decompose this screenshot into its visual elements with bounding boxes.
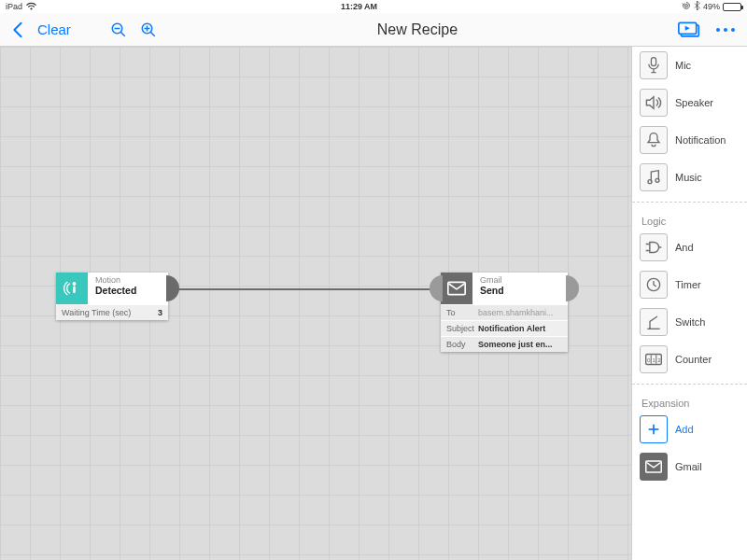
back-button[interactable] [11, 21, 24, 38]
param-label: To [446, 308, 478, 317]
zoom-in-button[interactable] [140, 21, 157, 38]
zoom-out-button[interactable] [110, 21, 127, 38]
sidebar-item-speaker[interactable]: Speaker [632, 84, 747, 121]
status-time: 11:29 AM [36, 2, 682, 11]
orientation-lock-icon [682, 1, 691, 12]
port-out-icon[interactable] [566, 275, 579, 301]
param-value: 3 [146, 308, 162, 317]
sidebar-item-music[interactable]: Music [632, 159, 747, 196]
svg-point-18 [655, 178, 659, 182]
svg-rect-14 [73, 287, 76, 294]
svg-rect-0 [685, 5, 688, 7]
plus-icon [640, 415, 668, 443]
sidebar-item-gmail[interactable]: Gmail [632, 448, 747, 485]
battery-icon [723, 3, 741, 11]
svg-line-7 [150, 32, 155, 36]
svg-point-12 [731, 28, 735, 32]
sidebar-item-timer[interactable]: Timer [632, 266, 747, 303]
svg-text:0: 0 [647, 357, 651, 363]
divider [632, 202, 747, 203]
sidebar-item-label: Switch [675, 316, 740, 328]
clear-button[interactable]: Clear [37, 21, 71, 37]
param-label: Subject [446, 324, 478, 333]
svg-point-10 [716, 28, 720, 32]
port-in-icon[interactable] [430, 275, 443, 301]
node-gmail[interactable]: Gmail Send To basem.shamkhani... Subject… [441, 273, 568, 352]
sidebar-item-add[interactable]: Add [632, 411, 747, 448]
sidebar-section-expansion: Expansion [632, 390, 747, 411]
node-param-row[interactable]: Waiting Time (sec) 3 [56, 305, 168, 320]
node-param-row[interactable]: Body Someone just en... [441, 337, 568, 352]
toolbar: Clear New Recipe [0, 13, 747, 47]
svg-text:2: 2 [657, 357, 661, 363]
svg-line-3 [120, 32, 125, 36]
music-icon [640, 163, 668, 191]
sidebar-item-and[interactable]: And [632, 229, 747, 266]
mail-icon [441, 273, 472, 304]
node-param-row[interactable]: Subject Notification Alert [441, 321, 568, 336]
page-title: New Recipe [170, 21, 665, 38]
and-gate-icon [640, 233, 668, 261]
divider [632, 384, 747, 385]
sidebar-item-notification[interactable]: Notification [632, 121, 747, 159]
device-label: iPad [6, 2, 22, 11]
svg-point-11 [724, 28, 727, 32]
slideshow-button[interactable] [678, 21, 700, 38]
node-category: Motion [95, 275, 146, 285]
sidebar-section-logic: Logic [632, 208, 747, 229]
param-value: basem.shamkhani... [478, 308, 554, 317]
sidebar-item-label: Speaker [675, 97, 740, 108]
svg-point-13 [73, 282, 77, 286]
component-sidebar: Mic Speaker Notification Music Logic [631, 47, 747, 560]
sidebar-item-label: Music [675, 172, 740, 183]
status-bar: iPad 11:29 AM 49% [0, 0, 747, 13]
node-category: Gmail [480, 275, 530, 285]
bell-icon [640, 126, 668, 154]
motion-sensor-icon [56, 273, 88, 304]
mic-icon [640, 51, 668, 79]
sidebar-item-label: And [675, 242, 740, 253]
sidebar-item-label: Add [675, 424, 740, 435]
wifi-icon [26, 2, 36, 12]
more-button[interactable] [715, 27, 736, 33]
param-label: Waiting Time (sec) [62, 308, 146, 317]
switch-icon [640, 308, 668, 336]
sidebar-item-label: Counter [675, 354, 740, 365]
speaker-icon [640, 89, 668, 117]
node-param-row[interactable]: To basem.shamkhani... [441, 305, 568, 320]
param-value: Notification Alert [478, 324, 545, 333]
node-action: Detected [95, 285, 146, 301]
battery-pct: 49% [703, 2, 720, 11]
sidebar-item-label: Notification [675, 134, 740, 146]
sidebar-item-mic[interactable]: Mic [632, 47, 747, 84]
port-out-icon[interactable] [166, 275, 179, 301]
timer-icon [640, 271, 668, 299]
svg-rect-16 [651, 58, 655, 66]
node-action: Send [480, 285, 530, 301]
node-motion[interactable]: Motion Detected Waiting Time (sec) 3 [56, 273, 168, 320]
sidebar-item-label: Mic [675, 60, 740, 71]
connection-wire [177, 288, 441, 290]
sidebar-item-switch[interactable]: Switch [632, 303, 747, 341]
svg-point-17 [648, 180, 652, 184]
sidebar-item-counter[interactable]: 012 Counter [632, 341, 747, 378]
sidebar-item-label: Gmail [675, 461, 740, 472]
param-label: Body [446, 340, 478, 349]
bluetooth-icon [694, 1, 700, 12]
param-value: Someone just en... [478, 340, 553, 349]
svg-text:1: 1 [653, 357, 656, 363]
sidebar-item-label: Timer [675, 279, 740, 290]
recipe-canvas[interactable]: Motion Detected Waiting Time (sec) 3 Gma… [0, 47, 631, 560]
mail-icon [640, 453, 668, 481]
counter-icon: 012 [640, 345, 668, 373]
